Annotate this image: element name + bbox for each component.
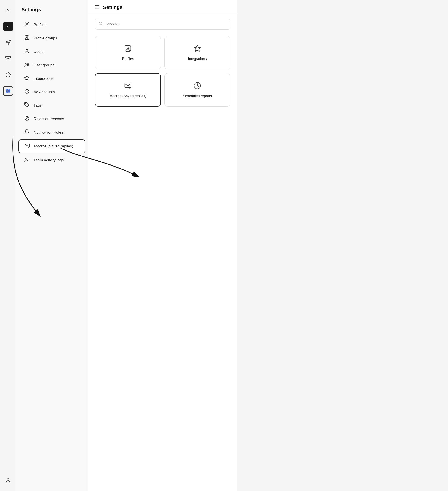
- sidebar-item-notification-rules[interactable]: Notification Rules: [18, 126, 85, 139]
- svg-line-22: [102, 24, 102, 25]
- sidebar-item-team-activity-logs-label: Team activity logs: [34, 158, 64, 162]
- svg-point-14: [28, 64, 29, 65]
- sidebar-item-profiles[interactable]: Profiles: [18, 18, 85, 31]
- main-header: ☰ Settings: [88, 0, 237, 14]
- scheduled-reports-card-label: Scheduled reports: [183, 94, 212, 98]
- sidebar-item-rejection-reasons-label: Rejection reasons: [34, 117, 64, 121]
- profiles-card-label: Profiles: [122, 57, 134, 61]
- svg-point-8: [26, 23, 28, 24]
- profiles-card[interactable]: Profiles: [95, 36, 161, 69]
- settings-sidebar: Settings Profiles: [16, 0, 88, 491]
- sidebar-item-tags-label: Tags: [34, 103, 42, 108]
- svg-point-11: [27, 37, 28, 38]
- sidebar-item-integrations-label: Integrations: [34, 76, 54, 81]
- bottom-icon[interactable]: [3, 476, 13, 486]
- profile-groups-icon: [24, 35, 30, 42]
- sidebar-item-user-groups[interactable]: User groups: [18, 59, 85, 72]
- search-icon: [99, 21, 103, 27]
- sidebar-item-profile-groups-label: Profile groups: [34, 36, 57, 41]
- logo-icon[interactable]: >.: [3, 5, 13, 15]
- macros-icon: [24, 143, 30, 150]
- sidebar-item-profile-groups[interactable]: Profile groups: [18, 32, 85, 45]
- main-content: ☰ Settings: [88, 0, 237, 491]
- svg-point-10: [26, 37, 27, 38]
- team-activity-logs-icon: [24, 157, 30, 164]
- macros-card[interactable]: Macros (Saved replies): [95, 73, 161, 107]
- sidebar-item-user-groups-label: User groups: [34, 63, 55, 67]
- hamburger-icon[interactable]: ☰: [95, 4, 99, 10]
- sidebar-item-team-activity-logs[interactable]: Team activity logs: [18, 154, 85, 167]
- sidebar-item-users-label: Users: [34, 49, 43, 54]
- search-bar: [95, 19, 230, 29]
- sidebar-item-integrations[interactable]: Integrations: [18, 72, 85, 85]
- send-icon[interactable]: [3, 38, 13, 47]
- scheduled-reports-card[interactable]: Scheduled reports: [164, 73, 230, 107]
- svg-point-20: [26, 158, 27, 159]
- sidebar-item-tags[interactable]: Tags: [18, 99, 85, 112]
- svg-point-12: [26, 49, 28, 51]
- sidebar-title: Settings: [16, 4, 88, 18]
- integrations-icon: [24, 75, 30, 82]
- settings-icon[interactable]: [3, 86, 13, 96]
- svg-point-13: [26, 63, 27, 64]
- scheduled-reports-card-icon: [194, 82, 201, 91]
- sidebar-item-profiles-label: Profiles: [34, 23, 46, 27]
- user-groups-icon: [24, 62, 30, 69]
- integrations-card[interactable]: Integrations: [164, 36, 230, 69]
- macros-card-icon: [124, 82, 132, 91]
- svg-rect-9: [25, 36, 29, 40]
- main-title: Settings: [103, 4, 122, 10]
- profiles-icon: [24, 21, 30, 28]
- sidebar-item-ad-accounts[interactable]: Ad Accounts: [18, 85, 85, 99]
- svg-point-24: [127, 47, 129, 49]
- svg-point-6: [7, 479, 9, 481]
- integrations-card-icon: [194, 45, 201, 54]
- svg-point-16: [26, 104, 26, 104]
- terminal-icon[interactable]: >_: [3, 21, 13, 31]
- icon-rail: >. >_: [0, 0, 16, 491]
- notification-rules-icon: [24, 129, 30, 136]
- sidebar-item-notification-rules-label: Notification Rules: [34, 130, 63, 135]
- ad-accounts-icon: [24, 89, 30, 95]
- settings-cards-grid: Profiles Integrations: [88, 34, 237, 108]
- search-input[interactable]: [105, 22, 226, 26]
- svg-line-2: [6, 42, 7, 42]
- svg-rect-3: [6, 57, 10, 58]
- integrations-card-label: Integrations: [188, 57, 207, 61]
- svg-point-5: [7, 90, 9, 92]
- macros-card-label: Macros (Saved replies): [110, 94, 147, 98]
- inbox-icon[interactable]: [3, 54, 13, 64]
- sidebar-item-ad-accounts-label: Ad Accounts: [34, 90, 55, 94]
- users-icon: [24, 48, 30, 55]
- sidebar-item-macros[interactable]: Macros (Saved replies): [18, 139, 85, 153]
- sidebar-item-rejection-reasons[interactable]: Rejection reasons: [18, 113, 85, 125]
- rejection-reasons-icon: [24, 116, 30, 122]
- sidebar-item-users[interactable]: Users: [18, 45, 85, 58]
- sidebar-item-macros-label: Macros (Saved replies): [34, 144, 73, 149]
- profiles-card-icon: [124, 45, 132, 54]
- chart-icon[interactable]: [3, 70, 13, 80]
- tags-icon: [24, 102, 30, 109]
